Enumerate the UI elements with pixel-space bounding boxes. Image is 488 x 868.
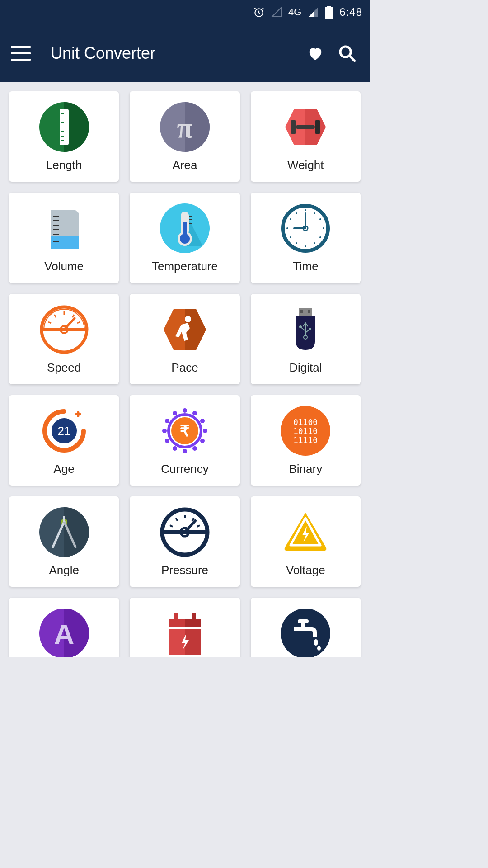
svg-point-85 [165, 419, 169, 423]
svg-text:01100: 01100 [293, 417, 318, 427]
battery-icon [325, 6, 333, 19]
category-label: Binary [289, 462, 322, 476]
category-angle[interactable]: Angle [9, 496, 119, 587]
category-binary[interactable]: 01100 10110 11110 Binary [251, 395, 361, 486]
signal-icon [308, 7, 319, 18]
svg-point-63 [185, 316, 191, 322]
svg-point-44 [314, 212, 315, 214]
svg-point-80 [192, 446, 197, 451]
voltage-icon [281, 507, 330, 557]
running-icon [160, 305, 210, 354]
battery-power-icon [160, 609, 210, 657]
app-bar: Unit Converter [0, 24, 370, 82]
svg-line-55 [64, 318, 75, 330]
svg-point-75 [183, 408, 187, 413]
category-label: Length [46, 158, 82, 172]
svg-rect-72 [309, 328, 311, 330]
beaker-icon [39, 203, 89, 253]
svg-point-119 [314, 639, 318, 646]
category-speed[interactable]: Speed [9, 294, 119, 384]
category-label: Volume [44, 259, 84, 274]
hamburger-menu-icon[interactable] [11, 46, 31, 61]
category-currency[interactable]: ₹ Currency [130, 395, 239, 486]
category-label: Temperature [152, 259, 218, 274]
thermometer-icon [160, 203, 210, 253]
svg-line-4 [349, 56, 355, 61]
svg-text:π: π [177, 112, 192, 144]
favorite-button[interactable] [304, 42, 327, 65]
category-grid: Length π Area Weight [0, 82, 370, 657]
category-ampere[interactable]: A [9, 598, 119, 657]
svg-point-51 [296, 212, 297, 214]
svg-point-116 [281, 609, 330, 657]
category-label: Weight [287, 158, 324, 172]
svg-point-84 [162, 429, 167, 433]
svg-line-107 [197, 525, 200, 527]
svg-point-82 [173, 446, 177, 451]
category-label: Currency [161, 462, 208, 476]
svg-text:₹: ₹ [180, 422, 190, 439]
svg-point-43 [323, 227, 324, 229]
category-voltage[interactable]: Voltage [251, 496, 361, 587]
category-pressure[interactable]: Pressure [130, 496, 239, 587]
category-volume[interactable]: Volume [9, 193, 119, 283]
binary-icon: 01100 10110 11110 [281, 406, 330, 456]
category-weight[interactable]: Weight [251, 91, 361, 182]
svg-line-59 [72, 315, 74, 317]
category-time[interactable]: Time [251, 193, 361, 283]
svg-text:A: A [54, 618, 74, 650]
ruler-icon [39, 102, 89, 152]
svg-point-79 [200, 439, 205, 443]
compass-icon [39, 507, 89, 557]
search-icon [338, 44, 356, 62]
category-power[interactable] [130, 598, 239, 657]
svg-point-41 [305, 245, 306, 247]
clock-icon [281, 203, 330, 253]
svg-text:10110: 10110 [293, 426, 318, 436]
category-label: Speed [47, 361, 81, 375]
svg-point-81 [183, 449, 187, 453]
category-label: Pace [171, 361, 198, 375]
svg-line-60 [77, 322, 80, 323]
svg-rect-110 [174, 613, 178, 619]
speedometer-icon [39, 305, 89, 354]
svg-point-86 [173, 411, 177, 415]
svg-point-78 [203, 429, 207, 433]
category-flow[interactable] [251, 598, 361, 657]
alarm-icon [253, 6, 265, 18]
svg-point-42 [286, 227, 288, 229]
category-area[interactable]: π Area [130, 91, 239, 182]
category-digital[interactable]: Digital [251, 294, 361, 384]
age-icon: 21 [39, 406, 89, 456]
svg-text:21: 21 [57, 424, 70, 438]
svg-point-40 [305, 209, 306, 211]
category-label: Area [173, 158, 197, 172]
svg-rect-65 [300, 310, 303, 313]
page-title: Unit Converter [51, 44, 296, 63]
svg-line-106 [192, 518, 194, 521]
svg-rect-18 [291, 120, 296, 134]
status-bar: 4G 6:48 [0, 0, 370, 24]
category-age[interactable]: 21 Age [9, 395, 119, 486]
category-temperature[interactable]: Temperature [130, 193, 239, 283]
svg-text:11110: 11110 [293, 435, 318, 445]
dumbbell-icon [281, 102, 330, 152]
clock-time: 6:48 [339, 6, 362, 19]
svg-rect-19 [315, 120, 320, 134]
pi-icon: π [160, 102, 210, 152]
category-pace[interactable]: Pace [130, 294, 239, 384]
svg-point-77 [200, 419, 205, 423]
svg-point-120 [317, 646, 321, 651]
tap-icon [281, 609, 330, 657]
svg-point-32 [180, 234, 190, 244]
svg-rect-113 [185, 619, 201, 627]
search-button[interactable] [335, 42, 359, 65]
svg-rect-20 [296, 125, 315, 129]
gauge-icon [160, 507, 210, 557]
svg-point-47 [314, 242, 315, 244]
category-label: Pressure [161, 563, 208, 577]
network-label: 4G [288, 6, 301, 18]
category-label: Angle [49, 563, 79, 577]
category-length[interactable]: Length [9, 91, 119, 182]
category-label: Voltage [286, 563, 325, 577]
